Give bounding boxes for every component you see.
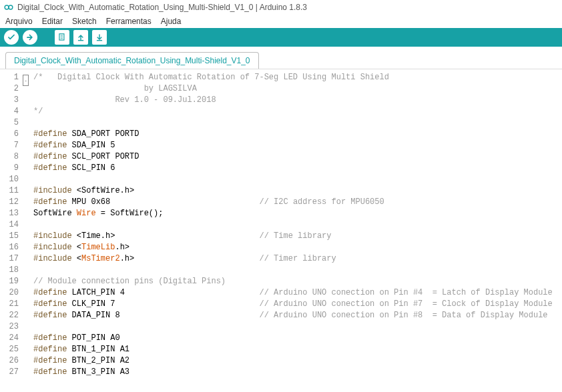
menu-editar[interactable]: Editar [42,17,63,26]
window-title: Digital_Clock_With_Automatic_Rotation_Us… [17,3,307,12]
open-button[interactable] [73,30,88,45]
title-bar: Digital_Clock_With_Automatic_Rotation_Us… [0,0,562,15]
tab-bar: Digital_Clock_With_Automatic_Rotation_Us… [0,47,562,69]
line-number-gutter: 1234567891011121314151617181920212223242… [0,69,23,381]
save-button[interactable] [92,30,107,45]
code-area[interactable]: /* Digital Clock With Automatic Rotation… [31,69,562,381]
svg-point-0 [5,5,9,9]
menu-bar: Arquivo Editar Sketch Ferramentas Ajuda [0,15,562,28]
sketch-tab[interactable]: Digital_Clock_With_Automatic_Rotation_Us… [5,52,259,69]
menu-ferramentas[interactable]: Ferramentas [106,17,152,26]
upload-button[interactable] [23,30,37,45]
code-editor[interactable]: 1234567891011121314151617181920212223242… [0,69,562,381]
menu-arquivo[interactable]: Arquivo [5,17,33,26]
verify-button[interactable] [4,30,19,45]
toolbar [0,28,562,47]
fold-gutter: - [23,69,31,381]
menu-ajuda[interactable]: Ajuda [161,17,182,26]
fold-toggle-icon[interactable]: - [23,75,29,86]
new-button[interactable] [55,30,69,45]
menu-sketch[interactable]: Sketch [72,17,97,26]
svg-point-1 [9,5,13,9]
arduino-logo-icon [4,3,13,12]
